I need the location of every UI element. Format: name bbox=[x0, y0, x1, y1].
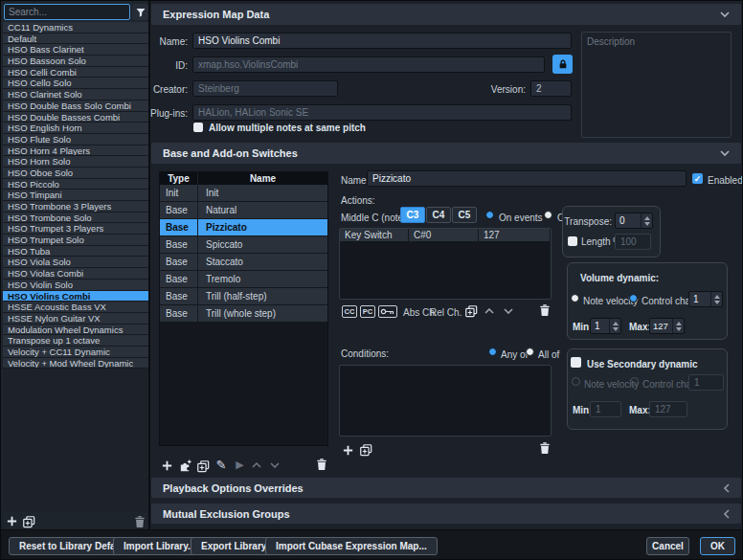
enabled-checkbox[interactable]: ✓ bbox=[692, 173, 703, 184]
section-header-switches[interactable]: Base and Add-on Switches bbox=[151, 143, 741, 164]
delete-action-button[interactable] bbox=[538, 302, 551, 318]
list-item[interactable]: HSO Trombone 3 Players bbox=[3, 201, 148, 213]
list-item[interactable]: HSO Violins Combi bbox=[3, 291, 148, 302]
list-item[interactable]: HSO English Horn bbox=[3, 123, 148, 134]
volume-control-change-radio[interactable] bbox=[629, 294, 638, 302]
octave-button-c5[interactable]: C5 bbox=[452, 207, 477, 223]
delete-condition-button[interactable] bbox=[538, 440, 551, 456]
duplicate-library-button[interactable] bbox=[21, 514, 35, 528]
edit-switch-button[interactable]: ✎ bbox=[214, 457, 228, 472]
list-item[interactable]: HSO Trombone Solo bbox=[3, 213, 148, 224]
move-action-up-button[interactable] bbox=[484, 307, 495, 315]
spinner-arrows[interactable] bbox=[672, 319, 684, 333]
add-pc-action-button[interactable]: PC bbox=[360, 305, 375, 318]
audition-switch-button[interactable]: ▶ bbox=[234, 458, 246, 471]
list-item[interactable]: HSO Bass Clarinet bbox=[3, 44, 148, 56]
list-item[interactable]: HSO Violas Combi bbox=[3, 268, 148, 280]
list-item[interactable]: CC11 Dynamics bbox=[3, 22, 148, 34]
plugins-field[interactable]: HALion, HALion Sonic SE bbox=[192, 104, 572, 121]
list-item[interactable]: HSSE Acoustic Bass VX bbox=[3, 302, 148, 313]
add-library-button[interactable] bbox=[5, 514, 18, 527]
add-addon-switch-button[interactable] bbox=[177, 458, 192, 473]
list-item[interactable]: HSO Piccolo bbox=[3, 179, 148, 190]
list-item[interactable]: HSO Double Bass Solo Combi bbox=[3, 101, 148, 112]
list-item[interactable]: HSO Cello Solo bbox=[3, 78, 148, 89]
list-item[interactable]: HSO Oboe Solo bbox=[3, 168, 148, 179]
list-item[interactable]: HSO Horn 4 Players bbox=[3, 146, 148, 157]
cancel-button[interactable]: Cancel bbox=[646, 537, 689, 555]
octave-button-c3[interactable]: C3 bbox=[400, 207, 425, 223]
map-id-field[interactable]: xmap.hso.ViolinsCombi bbox=[192, 56, 545, 73]
all-of-radio[interactable] bbox=[526, 347, 534, 356]
delete-library-button[interactable] bbox=[133, 514, 146, 528]
any-of-radio[interactable] bbox=[488, 347, 497, 356]
volume-max-spinner[interactable]: 127 bbox=[649, 318, 685, 334]
column-header-type[interactable]: Type bbox=[160, 172, 198, 185]
spinner-arrows[interactable] bbox=[710, 292, 722, 306]
delete-switch-button[interactable] bbox=[315, 457, 327, 472]
octave-button-c4[interactable]: C4 bbox=[426, 207, 451, 223]
duplicate-action-button[interactable] bbox=[463, 303, 478, 318]
switch-row[interactable]: BasePizzicato bbox=[160, 219, 327, 235]
volume-min-spinner[interactable]: 1 bbox=[590, 318, 621, 334]
allow-multiple-notes-checkbox[interactable] bbox=[193, 123, 203, 132]
rel-channel-button[interactable]: Rel Ch. bbox=[430, 306, 462, 318]
volume-note-velocity-radio[interactable] bbox=[571, 294, 579, 302]
spinner-arrows[interactable] bbox=[641, 213, 652, 228]
list-item[interactable]: HSO Violin Solo bbox=[3, 280, 148, 291]
list-item[interactable]: HSO Bassoon Solo bbox=[3, 56, 148, 67]
filter-button[interactable] bbox=[132, 4, 148, 20]
switch-name-field[interactable]: Pizzicato bbox=[367, 170, 687, 187]
action-row[interactable]: Key Switch C#0 127 bbox=[340, 229, 551, 241]
list-item[interactable]: HSO Horn Solo bbox=[3, 156, 148, 168]
list-item[interactable]: HSSE Nylon Guitar VX bbox=[3, 313, 148, 325]
section-header-expression-map-data[interactable]: Expression Map Data bbox=[151, 4, 741, 25]
switch-row[interactable]: InitInit bbox=[160, 185, 327, 201]
description-field[interactable]: Description bbox=[581, 32, 732, 138]
transpose-spinner[interactable]: 0 bbox=[615, 213, 653, 229]
use-secondary-dynamic-checkbox[interactable] bbox=[571, 357, 581, 368]
list-item[interactable]: Velocity + CC11 Dynamic bbox=[3, 347, 148, 358]
lock-id-button[interactable] bbox=[552, 55, 573, 74]
list-item[interactable]: HSO Flute Solo bbox=[3, 134, 148, 146]
switch-row[interactable]: BaseTrill (whole step) bbox=[160, 305, 327, 322]
length-field[interactable]: 100 bbox=[615, 234, 651, 250]
off-events-radio[interactable] bbox=[544, 211, 552, 219]
switch-row[interactable]: BaseStaccato bbox=[160, 254, 327, 270]
import-cubase-expression-map-button[interactable]: Import Cubase Expression Map... bbox=[265, 537, 438, 555]
list-item[interactable]: Transpose up 1 octave bbox=[3, 335, 148, 347]
list-item[interactable]: Velocity + Mod Wheel Dynamic bbox=[3, 358, 148, 370]
move-action-down-button[interactable] bbox=[503, 307, 514, 315]
list-item[interactable]: HSO Trumpet Solo bbox=[3, 235, 148, 246]
list-item[interactable]: HSO Timpani bbox=[3, 190, 148, 201]
switch-row[interactable]: BaseNatural bbox=[160, 202, 327, 218]
list-item[interactable]: Default bbox=[3, 34, 148, 45]
spinner-arrows[interactable] bbox=[609, 319, 620, 333]
move-switch-down-button[interactable] bbox=[269, 461, 281, 469]
list-item[interactable]: HSO Double Basses Combi bbox=[3, 112, 148, 123]
column-header-name[interactable]: Name bbox=[198, 172, 327, 185]
duplicate-condition-button[interactable] bbox=[358, 442, 372, 457]
on-events-radio[interactable] bbox=[485, 211, 494, 219]
list-item[interactable]: HSO Trumpet 3 Players bbox=[3, 223, 148, 235]
list-item[interactable]: HSO Celli Combi bbox=[3, 67, 148, 78]
volume-cc-spinner[interactable]: 1 bbox=[688, 291, 723, 307]
add-keyswitch-action-button[interactable] bbox=[378, 305, 397, 318]
add-cc-action-button[interactable]: CC bbox=[342, 305, 357, 318]
version-field[interactable]: 2 bbox=[530, 80, 572, 97]
move-switch-up-button[interactable] bbox=[251, 461, 262, 469]
list-item[interactable]: HSO Tuba bbox=[3, 246, 148, 258]
ok-button[interactable]: OK bbox=[700, 537, 735, 555]
list-item[interactable]: Modulation Wheel Dynamics bbox=[3, 325, 148, 336]
creator-field[interactable]: Steinberg bbox=[192, 80, 338, 97]
list-item[interactable]: HSO Viola Solo bbox=[3, 257, 148, 268]
add-switch-button[interactable] bbox=[160, 459, 173, 472]
map-name-field[interactable]: HSO Violins Combi bbox=[192, 33, 572, 49]
add-condition-button[interactable] bbox=[341, 443, 354, 457]
search-input[interactable] bbox=[4, 4, 130, 20]
list-item[interactable]: HSO Clarinet Solo bbox=[3, 89, 148, 101]
section-header-playback-options[interactable]: Playback Options Overrides bbox=[151, 478, 741, 498]
switch-row[interactable]: BaseTremolo bbox=[160, 271, 327, 287]
duplicate-switch-button[interactable] bbox=[195, 459, 210, 473]
switch-row[interactable]: BaseTrill (half-step) bbox=[160, 288, 327, 304]
